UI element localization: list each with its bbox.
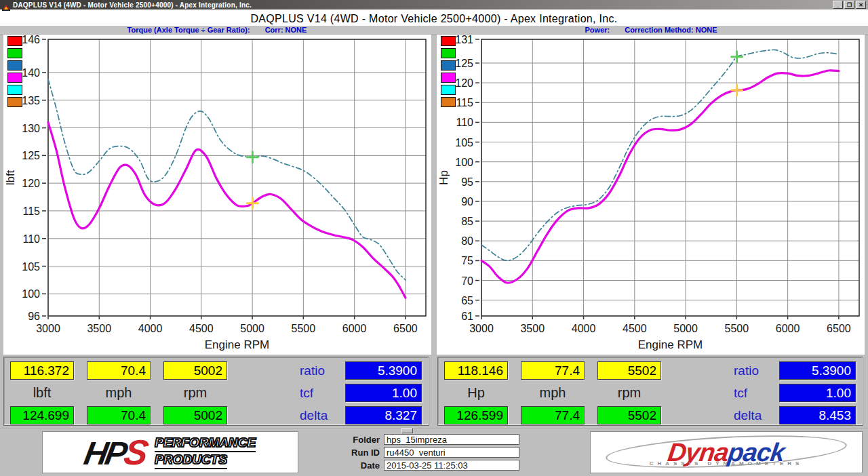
legend-swatch (441, 85, 456, 95)
legend-swatch (7, 97, 22, 107)
cursor-value-box: 5502 (597, 361, 661, 380)
delta-label: delta (674, 408, 766, 423)
date-field-row: Date (339, 460, 519, 471)
legend-swatch (441, 36, 456, 46)
svg-text:6000: 6000 (776, 323, 800, 334)
legend-swatch (7, 36, 22, 46)
svg-text:130: 130 (22, 123, 40, 134)
torque-header: Torque (Axle Torque ÷ Gear Ratio): Corr:… (0, 26, 434, 34)
hps-tagline-2: PRODUCTS (155, 452, 227, 469)
svg-text:6500: 6500 (393, 323, 418, 334)
svg-text:6000: 6000 (342, 323, 367, 334)
cursor-value-box: 70.4 (87, 406, 151, 424)
svg-text:5000: 5000 (240, 323, 264, 334)
legend-swatch (7, 48, 22, 58)
svg-text:95: 95 (461, 176, 473, 188)
svg-text:4500: 4500 (623, 323, 647, 334)
svg-text:110: 110 (22, 233, 40, 245)
cursor-value-box: 77.4 (521, 406, 585, 424)
power-header: Power: Correction Method: NONE (434, 26, 868, 34)
power-readout-panel: 118.146 77.4 5502 ratio 5.3900 Hp mph rp… (437, 357, 863, 426)
hps-hp-text: HP (81, 435, 127, 471)
svg-text:90: 90 (461, 196, 473, 207)
hps-tagline: PERFORMANCE PRODUCTS (155, 435, 256, 469)
svg-text:6500: 6500 (827, 323, 851, 334)
svg-text:105: 105 (22, 261, 40, 273)
page-title: DAQPLUS V14 (4WD - Motor Vehicle 2500+40… (0, 9, 868, 26)
run-id-label: Run ID (339, 448, 380, 458)
torque-corr-label: Corr: NONE (265, 26, 307, 34)
torque-chart[interactable]: 3000350040004500500055006000650014614013… (3, 35, 431, 355)
unit-label: rpm (163, 385, 227, 401)
footer-bar: HPS PERFORMANCE PRODUCTS Folder Run ID D… (0, 428, 868, 476)
tcf-value-box: 1.00 (345, 384, 422, 402)
ratio-value-box: 5.3900 (779, 361, 856, 380)
unit-label: lbft (10, 385, 74, 401)
legend-swatch (7, 60, 22, 71)
svg-text:115: 115 (456, 97, 473, 108)
svg-text:4000: 4000 (138, 323, 163, 334)
svg-text:4500: 4500 (189, 323, 214, 334)
svg-text:120: 120 (22, 178, 40, 189)
folder-input[interactable] (384, 434, 519, 445)
folder-label: Folder (339, 435, 380, 445)
svg-text:135: 135 (22, 95, 40, 106)
ratio-label: ratio (240, 363, 332, 378)
delta-value-box: 8.453 (779, 406, 856, 424)
unit-label: mph (521, 385, 585, 401)
cursor-value-box: 116.372 (10, 361, 74, 380)
svg-text:100: 100 (22, 288, 40, 300)
torque-readout-panel: 116.372 70.4 5002 ratio 5.3900 lbft mph … (3, 357, 429, 426)
ratio-label: ratio (674, 363, 766, 378)
svg-text:80: 80 (461, 235, 473, 247)
splitter-grip[interactable] (401, 428, 413, 433)
legend-swatch (441, 48, 456, 58)
readouts-row: 116.372 70.4 5002 ratio 5.3900 lbft mph … (0, 355, 868, 428)
restore-button[interactable]: ❐ (844, 1, 854, 9)
dynapack-tagline: CHASSIS DYNAMOMETERS (591, 460, 862, 467)
run-id-field-row: Run ID (339, 447, 519, 458)
chart-headers: Torque (Axle Torque ÷ Gear Ratio): Corr:… (0, 26, 868, 35)
svg-text:Hp: Hp (437, 170, 450, 185)
hps-tagline-1: PERFORMANCE (155, 435, 256, 452)
hps-logo: HPS PERFORMANCE PRODUCTS (42, 431, 298, 473)
svg-text:3000: 3000 (36, 323, 60, 334)
minimize-button[interactable]: _ (833, 1, 843, 9)
power-header-label: Power: (585, 26, 610, 34)
ratio-value-box: 5.3900 (345, 361, 422, 380)
svg-text:120: 120 (455, 77, 473, 89)
date-input[interactable] (384, 460, 519, 471)
svg-text:70: 70 (461, 275, 473, 287)
cursor-value-box: 77.4 (521, 361, 585, 380)
run-id-input[interactable] (384, 447, 519, 458)
svg-text:85: 85 (461, 216, 473, 227)
svg-text:146: 146 (22, 35, 40, 45)
icon-base (2, 9, 10, 11)
tcf-label: tcf (240, 386, 332, 401)
cursor-value-box: 5502 (597, 406, 661, 424)
svg-text:96: 96 (28, 311, 40, 322)
window-controls: _ ❐ ✕ (833, 1, 866, 9)
window-title: DAQPLUS V14 (4WD - Motor Vehicle 2500+40… (13, 1, 252, 9)
svg-text:105: 105 (455, 137, 473, 148)
cursor-value-box: 5002 (163, 361, 227, 380)
titlebar: DAQPLUS V14 (4WD - Motor Vehicle 2500+40… (0, 0, 868, 9)
power-chart[interactable]: 3000350040004500500055006000650013112512… (437, 35, 865, 355)
svg-text:3500: 3500 (520, 323, 545, 334)
tcf-value-box: 1.00 (779, 384, 856, 402)
date-label: Date (339, 460, 380, 471)
svg-text:100: 100 (455, 157, 473, 168)
delta-label: delta (240, 408, 332, 423)
dynapack-logo: Dynapack CHASSIS DYNAMOMETERS (590, 431, 863, 473)
tcf-label: tcf (674, 386, 766, 401)
svg-text:75: 75 (461, 255, 473, 266)
svg-text:5500: 5500 (292, 323, 316, 334)
legend-swatch (7, 85, 22, 95)
svg-text:125: 125 (22, 150, 40, 161)
power-corr-label: Correction Method: NONE (625, 26, 717, 34)
cursor-value-box: 124.699 (10, 406, 74, 424)
svg-text:lbft: lbft (4, 170, 17, 185)
power-legend (441, 36, 456, 109)
svg-text:110: 110 (456, 117, 473, 128)
close-button[interactable]: ✕ (856, 1, 866, 9)
